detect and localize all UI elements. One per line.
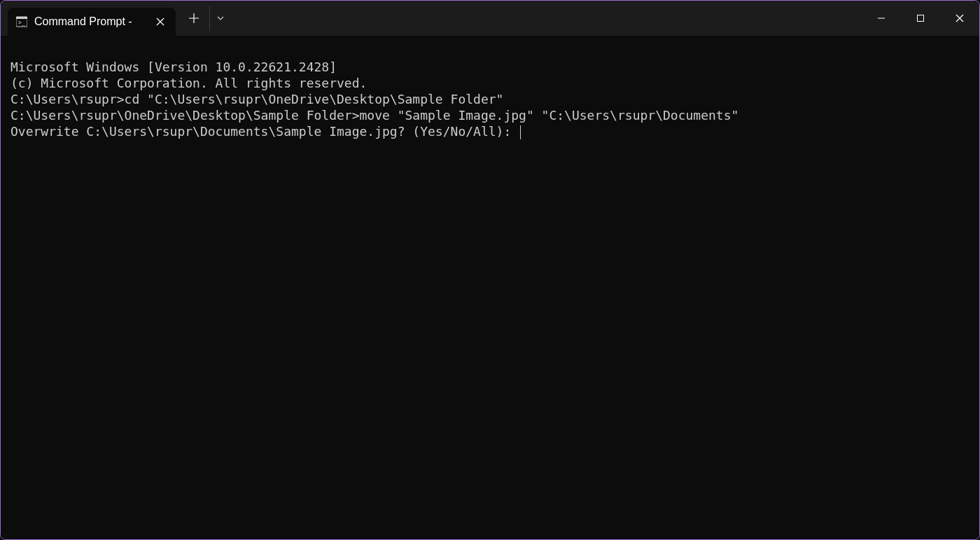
terminal-line: C:\Users\rsupr>cd "C:\Users\rsupr\OneDri… bbox=[10, 91, 969, 107]
terminal-content[interactable]: Microsoft Windows [Version 10.0.22621.24… bbox=[1, 36, 979, 539]
terminal-line: Overwrite C:\Users\rsupr\Documents\Sampl… bbox=[10, 123, 969, 139]
tab-close-button[interactable] bbox=[153, 15, 167, 29]
minimize-button[interactable] bbox=[862, 1, 901, 36]
close-button[interactable] bbox=[940, 1, 979, 36]
svg-rect-8 bbox=[918, 15, 924, 22]
terminal-line: Microsoft Windows [Version 10.0.22621.24… bbox=[10, 59, 969, 75]
maximize-button[interactable] bbox=[901, 1, 940, 36]
terminal-line: (c) Microsoft Corporation. All rights re… bbox=[10, 75, 969, 91]
titlebar: >_ Command Prompt - bbox=[1, 1, 979, 36]
cursor bbox=[520, 125, 521, 139]
new-tab-button[interactable] bbox=[181, 6, 206, 31]
svg-rect-1 bbox=[16, 17, 27, 19]
window-controls bbox=[862, 1, 979, 36]
titlebar-left: >_ Command Prompt - bbox=[1, 1, 230, 36]
tab-command-prompt[interactable]: >_ Command Prompt - bbox=[8, 8, 176, 36]
tab-dropdown-button[interactable] bbox=[209, 6, 230, 31]
tab-title: Command Prompt - bbox=[34, 15, 146, 28]
terminal-icon: >_ bbox=[16, 16, 27, 27]
svg-text:>_: >_ bbox=[18, 20, 25, 26]
terminal-line: C:\Users\rsupr\OneDrive\Desktop\Sample F… bbox=[10, 107, 969, 123]
